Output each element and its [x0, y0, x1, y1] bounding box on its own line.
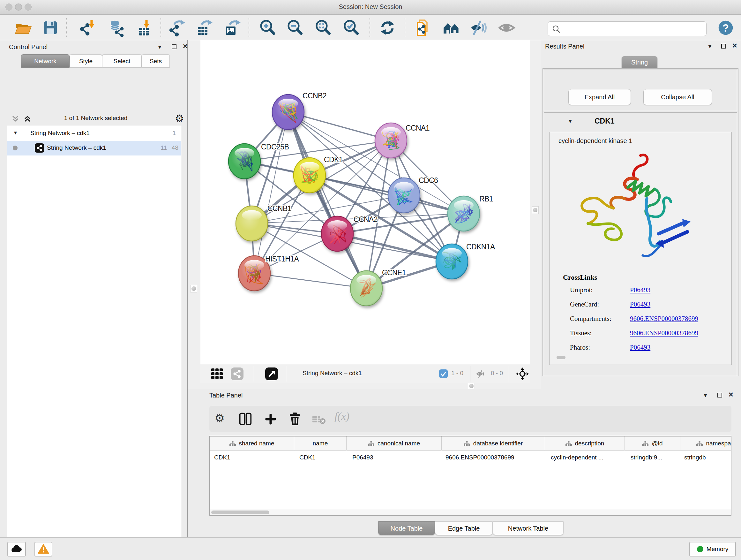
table-cell[interactable]: stringdb: [684, 450, 731, 464]
column-header-canonical-name[interactable]: canonical name: [347, 436, 442, 450]
tab-select[interactable]: Select: [102, 54, 142, 68]
table-cell[interactable]: stringdb:9...: [630, 450, 680, 464]
network-node[interactable]: [321, 216, 353, 251]
tab-network-table[interactable]: Network Table: [493, 521, 563, 535]
collapse-all-button[interactable]: Collapse All: [643, 89, 712, 105]
fx-function-icon[interactable]: f(x): [334, 410, 349, 422]
network-node[interactable]: [350, 271, 382, 306]
crosshair-icon[interactable]: [516, 367, 529, 381]
warnings-button[interactable]: [35, 542, 52, 557]
tab-style[interactable]: Style: [70, 54, 102, 68]
folder-open-icon[interactable]: [14, 19, 32, 37]
birdseye-grid-icon[interactable]: [211, 368, 223, 380]
share-network-icon[interactable]: [231, 368, 244, 380]
export-network-icon[interactable]: [168, 19, 186, 37]
cloud-button[interactable]: [7, 542, 26, 557]
horizontal-scrollbar[interactable]: [210, 509, 731, 515]
string-network-graph[interactable]: CCNB2CCNA1CDC25BCDK1CDC6RB1CCNB1CCNA2CDK…: [200, 40, 530, 364]
float-panel-icon[interactable]: ▼: [707, 44, 713, 50]
network-row[interactable]: String Network – cdk1 11 48: [7, 141, 181, 155]
import-table-icon[interactable]: [135, 19, 153, 37]
splitter-grip[interactable]: [190, 285, 197, 293]
splitter-grip[interactable]: [532, 206, 539, 214]
collection-expander-icon[interactable]: ▼: [13, 130, 18, 135]
search-field[interactable]: [548, 21, 706, 36]
network-node[interactable]: [448, 196, 480, 231]
zoom-selected-icon[interactable]: [343, 19, 360, 37]
column-header-description[interactable]: description: [545, 436, 625, 450]
zoom-fit-icon[interactable]: [315, 19, 333, 37]
vertical-splitter[interactable]: [188, 40, 200, 389]
trash-icon[interactable]: [288, 412, 301, 426]
network-edge[interactable]: [254, 273, 366, 288]
delete-table-icon[interactable]: [312, 415, 326, 425]
tab-edge-table[interactable]: Edge Table: [435, 521, 493, 535]
zoom-out-icon[interactable]: [286, 19, 305, 37]
selected-checkbox-icon[interactable]: [439, 369, 448, 378]
network-node[interactable]: [293, 158, 326, 193]
export-image-icon[interactable]: [223, 19, 241, 37]
import-network-icon[interactable]: [78, 19, 96, 37]
document-network-icon[interactable]: [414, 19, 431, 37]
columns-icon[interactable]: [239, 412, 252, 426]
float-panel-icon[interactable]: ▼: [157, 44, 162, 51]
network-edge[interactable]: [254, 112, 288, 273]
save-icon[interactable]: [42, 19, 59, 37]
network-edge[interactable]: [310, 175, 464, 213]
network-view-canvas[interactable]: CCNB2CCNA1CDC25BCDK1CDC6RB1CCNB1CCNA2CDK…: [200, 40, 530, 364]
gear-icon[interactable]: ⚙: [175, 112, 184, 125]
network-node[interactable]: [236, 206, 268, 241]
import-database-icon[interactable]: [108, 19, 126, 37]
crosslink-value-link[interactable]: 9606.ENSP00000378699: [630, 329, 698, 337]
network-node[interactable]: [228, 144, 260, 179]
eye-slash-icon[interactable]: [470, 19, 488, 37]
crosslink-value-link[interactable]: 9606.ENSP00000378699: [630, 315, 698, 323]
export-table-icon[interactable]: [195, 19, 213, 37]
houses-icon[interactable]: [442, 19, 460, 37]
memory-button[interactable]: Memory: [689, 542, 736, 557]
refresh-arrows-icon[interactable]: [379, 19, 396, 37]
crosslink-value-link[interactable]: P06493: [630, 344, 650, 352]
maximize-panel-icon[interactable]: [172, 44, 177, 49]
table-cell[interactable]: P06493: [352, 450, 442, 464]
maximize-panel-icon[interactable]: [721, 44, 726, 49]
expand-all-chevron-icon[interactable]: [23, 115, 32, 123]
network-node[interactable]: [436, 244, 468, 279]
network-node[interactable]: [388, 178, 420, 213]
search-input[interactable]: [562, 23, 702, 35]
splitter-grip[interactable]: [468, 382, 475, 390]
close-panel-icon[interactable]: ✕: [732, 42, 738, 50]
mini-scrollbar-thumb[interactable]: [556, 356, 565, 359]
gear-icon[interactable]: ⚙: [214, 412, 225, 425]
zoom-in-icon[interactable]: [259, 19, 277, 37]
eye-icon[interactable]: [498, 19, 516, 37]
column-header-shared-name[interactable]: shared name: [210, 436, 294, 450]
table-cell[interactable]: cyclin-dependent ...: [551, 450, 625, 464]
node-table[interactable]: shared namenamecanonical namedatabase id…: [209, 436, 731, 516]
crosslink-value-link[interactable]: P06493: [630, 286, 650, 294]
network-node[interactable]: [272, 95, 304, 130]
section-expander-icon[interactable]: ▼: [568, 118, 573, 124]
close-panel-icon[interactable]: ✕: [728, 391, 734, 398]
column-header--id[interactable]: @id: [625, 436, 680, 450]
column-header-name[interactable]: name: [294, 436, 347, 450]
scrollbar-thumb[interactable]: [211, 510, 269, 514]
network-edge[interactable]: [288, 112, 366, 288]
column-header-namespace[interactable]: namespace: [680, 436, 731, 450]
tab-sets[interactable]: Sets: [142, 54, 170, 68]
open-external-icon[interactable]: [265, 368, 278, 380]
column-header-database-identifier[interactable]: database identifier: [442, 436, 545, 450]
network-collection-row[interactable]: ▼ String Network – cdk1 1: [7, 126, 181, 141]
plus-icon[interactable]: [264, 413, 277, 426]
table-cell[interactable]: CDK1: [299, 450, 347, 464]
help-icon[interactable]: ?: [718, 20, 733, 36]
hidden-eye-icon[interactable]: [475, 369, 487, 379]
table-cell[interactable]: CDK1: [214, 450, 294, 464]
crosslink-value-link[interactable]: P06493: [630, 300, 650, 308]
tab-network[interactable]: Network: [21, 54, 70, 68]
vertical-splitter[interactable]: [530, 40, 541, 389]
float-panel-icon[interactable]: ▼: [703, 392, 708, 399]
table-cell[interactable]: 9606.ENSP00000378699: [446, 450, 545, 464]
close-panel-icon[interactable]: ✕: [183, 43, 188, 50]
collapse-all-chevron-icon[interactable]: [11, 115, 20, 123]
